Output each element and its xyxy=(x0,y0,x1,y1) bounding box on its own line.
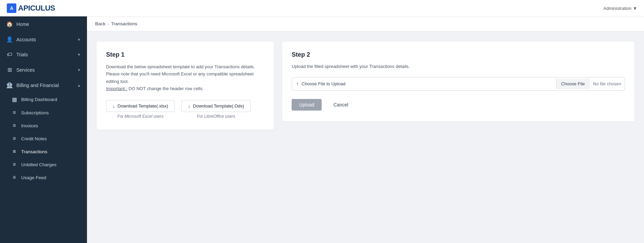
services-chevron: ▼ xyxy=(77,68,81,72)
upload-button[interactable]: Upload xyxy=(292,99,322,111)
main-layout: 🏠 Home 👤 Accounts ▼ 🏷 Trials ▼ ⊞ Service… xyxy=(0,16,644,243)
sidebar-label-usage-feed: Usage Feed xyxy=(21,175,81,180)
file-upload-row: ↑ Choose File to Upload Choose File No f… xyxy=(292,77,625,91)
trials-icon: 🏷 xyxy=(6,52,13,58)
breadcrumb-separator: › xyxy=(107,21,109,26)
download-ods-label: Download Template(.Ods) xyxy=(193,103,244,109)
download-ods-group: Download Template(.Ods) For LibreOffice … xyxy=(181,100,251,119)
step1-desc-line3: DO NOT change the header row cells. xyxy=(129,86,204,91)
step1-important-label: Important : xyxy=(106,86,127,91)
breadcrumb-current: Transactions xyxy=(111,21,137,26)
sidebar-item-services[interactable]: ⊞ Services ▼ xyxy=(0,62,87,77)
content: Back › Transactions Step 1 Download the … xyxy=(87,16,644,243)
step1-description: Download the below spreadsheet template … xyxy=(106,63,264,92)
top-header: A APICULUS Administration ▼ xyxy=(0,0,644,16)
logo-icon: A xyxy=(7,3,16,13)
step2-card: Step 2 Upload the filled spreadsheet wit… xyxy=(282,42,634,121)
breadcrumb-back[interactable]: Back xyxy=(95,21,105,26)
sidebar-label-transactions: Transactions xyxy=(21,149,81,154)
download-xlsx-button[interactable]: Download Template(.xlsx) xyxy=(106,100,175,112)
download-xlsx-label: Download Template(.xlsx) xyxy=(118,103,169,109)
sidebar-label-trials: Trials xyxy=(16,52,74,57)
invoices-icon: ≡ xyxy=(11,123,18,129)
step2-title: Step 2 xyxy=(292,51,625,58)
page-body: Step 1 Download the below spreadsheet te… xyxy=(87,31,644,243)
sidebar-item-usage-feed[interactable]: ≡ Usage Feed xyxy=(0,171,87,184)
credit-notes-icon: ≡ xyxy=(11,135,18,142)
sidebar-label-credit-notes: Credit Notes xyxy=(21,136,81,141)
download-buttons-row: Download Template(.xlsx) For Microsoft E… xyxy=(106,100,264,119)
sidebar-label-invoices: Invoices xyxy=(21,123,81,128)
sidebar-item-trials[interactable]: 🏷 Trials ▼ xyxy=(0,47,87,62)
billing-dashboard-icon: ▦ xyxy=(11,96,18,103)
cancel-button[interactable]: Cancel xyxy=(326,99,356,111)
download-xlsx-note: For Microsoft Excel users xyxy=(117,114,163,119)
sidebar-item-accounts[interactable]: 👤 Accounts ▼ xyxy=(0,32,87,47)
admin-chevron: ▼ xyxy=(633,6,637,11)
sidebar-item-billing-financial[interactable]: 🏦 Billing and Financial ▲ xyxy=(0,77,87,93)
download-xlsx-icon xyxy=(113,103,115,109)
download-ods-icon xyxy=(188,103,190,109)
sidebar-label-services: Services xyxy=(16,67,74,73)
services-icon: ⊞ xyxy=(6,67,13,73)
sidebar-item-billing-dashboard[interactable]: ▦ Billing Dashboard xyxy=(0,93,87,106)
step1-card: Step 1 Download the below spreadsheet te… xyxy=(97,42,274,130)
step2-description: Upload the filled spreadsheet with your … xyxy=(292,63,625,70)
accounts-chevron: ▼ xyxy=(77,38,81,42)
choose-file-button[interactable]: Choose File xyxy=(556,78,589,89)
trials-chevron: ▼ xyxy=(77,53,81,57)
sidebar-item-home[interactable]: 🏠 Home xyxy=(0,16,87,32)
sidebar-item-unbilled-charges[interactable]: ≡ Unbilled Charges xyxy=(0,158,87,171)
file-upload-icon-area: ↑ Choose File to Upload xyxy=(292,77,556,90)
sidebar-item-credit-notes[interactable]: ≡ Credit Notes xyxy=(0,132,87,145)
upload-arrow-icon: ↑ xyxy=(296,81,299,87)
billing-chevron: ▲ xyxy=(77,83,81,87)
sidebar: 🏠 Home 👤 Accounts ▼ 🏷 Trials ▼ ⊞ Service… xyxy=(0,16,87,243)
sidebar-label-billing-financial: Billing and Financial xyxy=(16,83,74,88)
usage-feed-icon: ≡ xyxy=(11,174,18,181)
sidebar-label-accounts: Accounts xyxy=(16,37,74,42)
transactions-icon: ≡ xyxy=(11,148,18,155)
download-ods-button[interactable]: Download Template(.Ods) xyxy=(181,100,251,112)
download-xlsx-group: Download Template(.xlsx) For Microsoft E… xyxy=(106,100,175,119)
step1-title: Step 1 xyxy=(106,51,264,58)
admin-label: Administration xyxy=(603,6,631,11)
logo: A APICULUS xyxy=(7,3,55,13)
sidebar-label-subscriptions: Subscriptions xyxy=(21,110,81,115)
sidebar-label-billing-dashboard: Billing Dashboard xyxy=(21,97,81,102)
sidebar-item-transactions[interactable]: ≡ Transactions xyxy=(0,145,87,158)
accounts-icon: 👤 xyxy=(6,36,13,43)
breadcrumb-bar: Back › Transactions xyxy=(87,16,644,31)
home-icon: 🏠 xyxy=(6,21,13,27)
unbilled-charges-icon: ≡ xyxy=(11,161,18,168)
action-buttons: Upload Cancel xyxy=(292,99,625,111)
choose-file-prompt: Choose File to Upload xyxy=(302,81,346,86)
subscriptions-icon: ≡ xyxy=(11,110,18,116)
sidebar-label-unbilled-charges: Unbilled Charges xyxy=(21,162,81,167)
admin-menu[interactable]: Administration ▼ xyxy=(603,6,637,11)
logo-text: APICULUS xyxy=(18,4,55,13)
download-ods-note: For LibreOffice users xyxy=(197,114,235,119)
step1-desc-line2: Please note that you'll need Microsoft E… xyxy=(106,71,253,84)
sidebar-item-subscriptions[interactable]: ≡ Subscriptions xyxy=(0,106,87,119)
sidebar-item-invoices[interactable]: ≡ Invoices xyxy=(0,119,87,132)
no-file-chosen-label: No file chosen xyxy=(590,78,625,89)
sidebar-label-home: Home xyxy=(16,22,81,27)
step1-desc-line1: Download the below spreadsheet template … xyxy=(106,64,255,69)
billing-icon: 🏦 xyxy=(6,82,13,88)
